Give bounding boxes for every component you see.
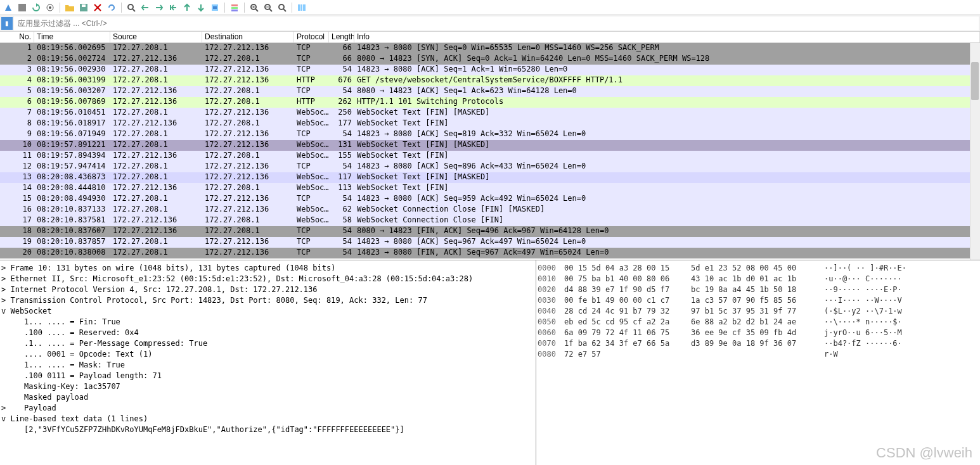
- svg-rect-4: [82, 4, 86, 7]
- tree-line[interactable]: 1... .... = Fin: True: [1, 317, 534, 328]
- close-icon[interactable]: [92, 2, 103, 13]
- hex-row[interactable]: 003000 fe b1 49 00 00 c1 c71a c3 57 07 9…: [538, 295, 979, 306]
- open-icon[interactable]: [64, 2, 75, 13]
- col-header-protocol[interactable]: Protocol: [294, 32, 329, 42]
- packet-bytes-pane[interactable]: 000000 15 5d 04 a3 28 00 155d e1 23 52 0…: [536, 260, 980, 465]
- col-header-time[interactable]: Time: [34, 32, 110, 42]
- svg-line-6: [132, 9, 135, 11]
- packet-row[interactable]: 508:19:56.003207172.27.212.136172.27.208…: [0, 86, 980, 97]
- tree-line[interactable]: Masked payload: [1, 392, 534, 403]
- bottom-panes: > Frame 10: 131 bytes on wire (1048 bits…: [0, 260, 980, 465]
- packet-row[interactable]: 108:19:56.002695172.27.208.1172.27.212.1…: [0, 43, 980, 54]
- options-icon[interactable]: [44, 2, 56, 13]
- col-header-info[interactable]: Info: [354, 32, 980, 42]
- main-toolbar: [0, 0, 980, 15]
- packet-row[interactable]: 1208:19:57.947414172.27.208.1172.27.212.…: [0, 162, 980, 172]
- col-header-source[interactable]: Source: [110, 32, 202, 42]
- svg-point-2: [49, 6, 51, 9]
- tree-line[interactable]: .... 0001 = Opcode: Text (1): [1, 349, 534, 360]
- tree-line[interactable]: > Ethernet II, Src: Microsoft_e1:23:52 (…: [1, 274, 534, 284]
- col-header-length[interactable]: Length: [329, 32, 354, 42]
- svg-rect-22: [303, 4, 306, 11]
- restart-icon[interactable]: [30, 2, 42, 13]
- tree-line[interactable]: > Internet Protocol Version 4, Src: 172.…: [1, 284, 534, 295]
- hex-row[interactable]: 001000 75 ba b1 40 00 80 0643 10 ac 1b d…: [538, 274, 979, 284]
- packet-row[interactable]: 808:19:56.018917172.27.212.136172.27.208…: [0, 118, 980, 129]
- tree-line[interactable]: .100 0111 = Payload length: 71: [1, 371, 534, 381]
- packet-row[interactable]: 1708:20:10.837581172.27.212.136172.27.20…: [0, 215, 980, 226]
- next-icon[interactable]: [153, 2, 165, 13]
- reload-icon[interactable]: [106, 2, 117, 13]
- packet-details-pane[interactable]: > Frame 10: 131 bytes on wire (1048 bits…: [0, 260, 536, 465]
- packet-row[interactable]: 1308:20:08.436873172.27.208.1172.27.212.…: [0, 172, 980, 183]
- svg-rect-0: [18, 4, 26, 11]
- go-last-icon[interactable]: [195, 2, 207, 13]
- packet-row[interactable]: 708:19:56.010451172.27.208.1172.27.212.1…: [0, 108, 980, 118]
- packet-list-pane: No. Time Source Destination Protocol Len…: [0, 32, 980, 260]
- packet-row[interactable]: 608:19:56.007869172.27.212.136172.27.208…: [0, 97, 980, 108]
- packet-row[interactable]: 308:19:56.002930172.27.208.1172.27.212.1…: [0, 65, 980, 75]
- col-header-destination[interactable]: Destination: [202, 32, 294, 42]
- hex-row[interactable]: 008072 e7 57r·W: [538, 349, 979, 360]
- packet-list-body[interactable]: 108:19:56.002695172.27.208.1172.27.212.1…: [0, 43, 980, 260]
- svg-line-17: [269, 9, 272, 11]
- bookmark-icon[interactable]: ▮: [1, 17, 13, 30]
- display-filter-input[interactable]: [14, 16, 979, 30]
- zoom-out-icon[interactable]: [262, 2, 274, 13]
- col-header-no[interactable]: No.: [0, 32, 34, 42]
- tree-line[interactable]: > Payload: [1, 403, 534, 414]
- filter-bar: ▮: [0, 15, 980, 32]
- tree-line[interactable]: .100 .... = Reserved: 0x4: [1, 328, 534, 338]
- shark-fin-icon[interactable]: [3, 2, 14, 13]
- packet-row[interactable]: 208:19:56.002724172.27.212.136172.27.208…: [0, 54, 980, 65]
- packet-row[interactable]: 1808:20:10.837607172.27.212.136172.27.20…: [0, 226, 980, 237]
- packet-row[interactable]: 908:19:56.071949172.27.208.1172.27.212.1…: [0, 129, 980, 140]
- hex-row[interactable]: 0020d4 88 39 e7 1f 90 d5 f7bc 19 8a a4 4…: [538, 284, 979, 295]
- tree-line[interactable]: > Transmission Control Protocol, Src Por…: [1, 295, 534, 306]
- svg-point-18: [279, 4, 284, 10]
- prev-icon[interactable]: [139, 2, 151, 13]
- zoom-in-icon[interactable]: [248, 2, 260, 13]
- tree-line[interactable]: v WebSocket: [1, 306, 534, 317]
- packet-row[interactable]: 1008:19:57.891221172.27.208.1172.27.212.…: [0, 140, 980, 151]
- svg-rect-9: [231, 7, 238, 9]
- svg-line-14: [255, 9, 258, 11]
- svg-rect-21: [300, 4, 302, 11]
- colorize-icon[interactable]: [229, 2, 240, 13]
- tree-line[interactable]: v Line-based text data (1 lines): [1, 414, 534, 424]
- packet-row[interactable]: 408:19:56.003199172.27.208.1172.27.212.1…: [0, 75, 980, 86]
- svg-line-19: [283, 9, 286, 11]
- zoom-reset-icon[interactable]: [276, 2, 288, 13]
- go-first-icon[interactable]: [181, 2, 193, 13]
- packet-row[interactable]: 1408:20:08.444810172.27.212.136172.27.20…: [0, 183, 980, 194]
- svg-rect-7: [212, 4, 218, 11]
- tree-line[interactable]: [2,"3VFfYCu5ZFP7ZHhDKvRoYUMqFeM8jFDxBkuE…: [1, 424, 534, 435]
- tree-line[interactable]: Masking-Key: 1ac35707: [1, 381, 534, 392]
- stop-icon[interactable]: [16, 2, 28, 13]
- svg-point-5: [128, 4, 133, 10]
- hex-row[interactable]: 004028 cd 24 4c 91 b7 79 3297 b1 5c 37 9…: [538, 306, 979, 317]
- hex-row[interactable]: 000000 15 5d 04 a3 28 00 155d e1 23 52 0…: [538, 263, 979, 274]
- svg-rect-10: [231, 10, 238, 11]
- hex-row[interactable]: 00606a 09 79 72 4f 11 06 7536 ee 9e cf 3…: [538, 328, 979, 338]
- packet-list-header[interactable]: No. Time Source Destination Protocol Len…: [0, 32, 980, 43]
- jump-prev-icon[interactable]: [167, 2, 179, 13]
- hex-row[interactable]: 00701f ba 62 34 3f e7 66 5ad3 89 9e 0a 1…: [538, 338, 979, 349]
- autoscroll-icon[interactable]: [209, 2, 221, 13]
- scrollbar-track[interactable]: [970, 43, 980, 260]
- resize-columns-icon[interactable]: [296, 2, 307, 13]
- packet-row[interactable]: 1908:20:10.837857172.27.208.1172.27.212.…: [0, 237, 980, 248]
- tree-line[interactable]: 1... .... = Mask: True: [1, 360, 534, 371]
- scrollbar-thumb[interactable]: [971, 62, 979, 100]
- tree-line[interactable]: .1.. .... = Per-Message Compressed: True: [1, 338, 534, 349]
- find-icon[interactable]: [126, 2, 137, 13]
- packet-row[interactable]: 2008:20:10.838008172.27.208.1172.27.212.…: [0, 248, 980, 258]
- packet-row[interactable]: 1508:20:08.494930172.27.208.1172.27.212.…: [0, 194, 980, 205]
- save-icon[interactable]: [78, 2, 89, 13]
- svg-rect-20: [298, 4, 300, 11]
- tree-line[interactable]: > Frame 10: 131 bytes on wire (1048 bits…: [1, 263, 534, 274]
- hex-row[interactable]: 0050eb ed 5c cd 95 cf a2 2a6e 88 a2 b2 d…: [538, 317, 979, 328]
- packet-row[interactable]: 1108:19:57.894394172.27.212.136172.27.20…: [0, 151, 980, 162]
- packet-row[interactable]: 1608:20:10.837133172.27.208.1172.27.212.…: [0, 205, 980, 215]
- svg-rect-8: [231, 4, 238, 6]
